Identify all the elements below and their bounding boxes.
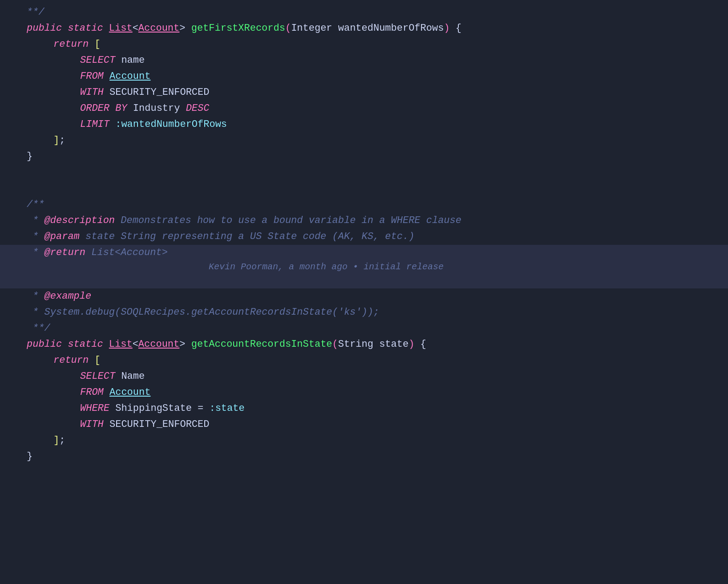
space bbox=[104, 417, 109, 432]
keyword-static2: static bbox=[68, 337, 103, 352]
semicolon2: ; bbox=[59, 433, 65, 448]
soql-field-name2: Name bbox=[121, 369, 145, 384]
type-list2: List bbox=[109, 337, 133, 352]
space bbox=[104, 85, 109, 100]
soql-limit: LIMIT bbox=[80, 117, 109, 132]
soql-select: SELECT bbox=[80, 53, 115, 68]
code-line-highlighted: * @return List<Account> Kevin Poorman, a… bbox=[0, 245, 728, 288]
comment-asterisk: * bbox=[27, 288, 44, 304]
space bbox=[180, 101, 186, 116]
bracket-open: [ bbox=[94, 36, 100, 52]
space bbox=[103, 337, 109, 352]
code-line: ] ; bbox=[0, 433, 728, 449]
code-line: ] ; bbox=[0, 133, 728, 149]
type-account2: Account bbox=[138, 337, 179, 352]
blank-line bbox=[0, 181, 728, 197]
code-line: * System.debug(SOQLRecipes.getAccountRec… bbox=[0, 304, 728, 320]
keyword-public: public bbox=[27, 20, 62, 36]
code-line: SELECT name bbox=[0, 53, 728, 69]
keyword-return2: return bbox=[53, 353, 89, 368]
code-line: FROM Account bbox=[0, 69, 728, 85]
soql-order: ORDER bbox=[80, 101, 109, 116]
soql-security-enforced: SECURITY_ENFORCED bbox=[109, 85, 209, 100]
code-line: public static List < Account > getFirstX… bbox=[0, 20, 728, 36]
paren-open2: ( bbox=[332, 337, 338, 352]
soql-field-industry: Industry bbox=[133, 101, 180, 116]
soql-from2: FROM bbox=[80, 385, 104, 400]
soql-bind-state: :state bbox=[209, 401, 244, 416]
hint-sep: • bbox=[348, 262, 364, 272]
space bbox=[109, 401, 115, 416]
angle-open2: < bbox=[133, 337, 138, 352]
hint-time: a month ago bbox=[289, 262, 348, 272]
space bbox=[89, 36, 94, 52]
angle-close2: > bbox=[179, 337, 185, 352]
space bbox=[450, 20, 456, 36]
space bbox=[109, 117, 115, 132]
comment-tag-desc: @description bbox=[44, 213, 115, 228]
brace-open2: { bbox=[421, 337, 426, 352]
type-list: List bbox=[109, 20, 133, 36]
space bbox=[127, 101, 133, 116]
paren-open: ( bbox=[285, 20, 291, 36]
bracket-close: ] bbox=[53, 133, 59, 148]
soql-desc: DESC bbox=[186, 101, 210, 116]
type-account: Account bbox=[138, 20, 179, 36]
code-line: } bbox=[0, 149, 728, 165]
code-line: SELECT Name bbox=[0, 369, 728, 385]
comment-asterisk: * bbox=[27, 213, 44, 228]
comment-close-text2: **/ bbox=[27, 320, 50, 336]
method-getaccountrecordsinstate: getAccountRecordsInState bbox=[191, 337, 332, 352]
code-line: * @param state String representing a US … bbox=[0, 229, 728, 245]
method-getfirstxrecords: getFirstXRecords bbox=[191, 20, 285, 36]
soql-with2: WITH bbox=[80, 417, 104, 432]
code-line: ORDER BY Industry DESC bbox=[0, 101, 728, 117]
comment-return-text: List<Account> bbox=[85, 245, 168, 260]
code-line: * @example bbox=[0, 288, 728, 304]
space bbox=[109, 101, 115, 116]
brace-close2: } bbox=[27, 449, 32, 464]
space bbox=[62, 337, 68, 352]
code-line: return [ bbox=[0, 353, 728, 369]
space bbox=[115, 53, 121, 68]
soql-select2: SELECT bbox=[80, 369, 115, 384]
inline-git-hint: Kevin Poorman, a month ago • initial rel… bbox=[177, 246, 444, 288]
angle-open: < bbox=[133, 20, 138, 36]
param-integer: Integer wantedNumberOfRows bbox=[291, 20, 444, 36]
soql-security-enforced2: SECURITY_ENFORCED bbox=[109, 417, 209, 432]
space bbox=[104, 385, 109, 400]
soql-with: WITH bbox=[80, 85, 104, 100]
comment-tag-return: @return bbox=[44, 245, 85, 260]
soql-by: BY bbox=[115, 101, 127, 116]
keyword-static: static bbox=[68, 20, 103, 36]
space bbox=[414, 337, 420, 352]
bracket-open2: [ bbox=[94, 353, 100, 368]
brace-close: } bbox=[27, 149, 32, 164]
code-line: return [ bbox=[0, 36, 728, 53]
hint-message: initial release bbox=[364, 262, 444, 272]
code-line: } bbox=[0, 449, 728, 465]
space bbox=[89, 353, 94, 368]
comment-desc-text: Demonstrates how to use a bound variable… bbox=[115, 213, 461, 228]
blank-line bbox=[0, 165, 728, 181]
soql-field-shippingstate: ShippingState = bbox=[115, 401, 209, 416]
code-line: WITH SECURITY_ENFORCED bbox=[0, 85, 728, 101]
code-line: public static List < Account > getAccoun… bbox=[0, 337, 728, 353]
code-line: FROM Account bbox=[0, 385, 728, 401]
hint-author: Kevin Poorman bbox=[209, 262, 278, 272]
code-line: LIMIT :wantedNumberOfRows bbox=[0, 117, 728, 133]
soql-field-name: name bbox=[121, 53, 145, 68]
blank-line bbox=[0, 465, 728, 481]
bracket-close2: ] bbox=[53, 433, 59, 448]
semicolon: ; bbox=[59, 133, 65, 148]
brace-open: { bbox=[456, 20, 461, 36]
space bbox=[104, 69, 109, 84]
comment-tag-param: @param bbox=[44, 229, 80, 244]
comment-tag-example: @example bbox=[44, 288, 92, 304]
code-line: WITH SECURITY_ENFORCED bbox=[0, 417, 728, 433]
comment-code-line: * System.debug(SOQLRecipes.getAccountRec… bbox=[27, 304, 379, 320]
soql-where: WHERE bbox=[80, 401, 109, 416]
space bbox=[62, 20, 68, 36]
keyword-public2: public bbox=[27, 337, 62, 352]
comment-param-text: state String representing a US State cod… bbox=[80, 229, 415, 244]
